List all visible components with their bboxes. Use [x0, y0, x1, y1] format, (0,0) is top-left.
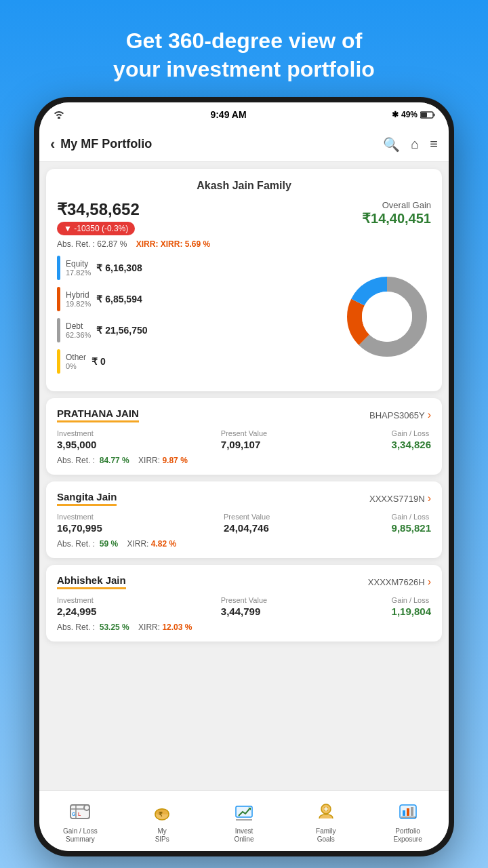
nav-label-invest: InvestOnline: [235, 827, 254, 844]
gain-loss-value: 9,85,821: [392, 522, 431, 534]
breakdown-label: Other: [66, 353, 86, 362]
status-bar: 9:49 AM ✱ 49%: [39, 102, 449, 127]
investment-value: 2,24,995: [57, 606, 96, 617]
content-area: Akash Jain Family ₹34,58,652 ▼ -10350 (-…: [39, 162, 449, 790]
member-id[interactable]: XXXXS7719N ›: [369, 492, 431, 505]
member-id[interactable]: BHAPS3065Y ›: [369, 409, 431, 421]
nav-label-exposure: PortfolioExposure: [393, 827, 422, 844]
battery-level: 49%: [401, 110, 418, 119]
search-icon[interactable]: 🔍: [383, 136, 400, 153]
breakdown-dot: [57, 256, 60, 280]
goals-icon: [313, 799, 339, 825]
breakdown-dot: [57, 349, 60, 374]
portfolio-card: Akash Jain Family ₹34,58,652 ▼ -10350 (-…: [46, 169, 442, 391]
top-bar-icons: 🔍 ⌂ ≡: [383, 136, 438, 153]
breakdown-item: Hybrid 19.82% ₹ 6,85,594: [57, 287, 343, 311]
gain-loss-value: 3,34,826: [392, 439, 431, 450]
home-icon[interactable]: ⌂: [411, 136, 419, 152]
breakdown-item: Equity 17.82% ₹ 6,16,308: [57, 256, 343, 280]
portfolio-value: ₹34,58,652: [57, 200, 362, 219]
breakdown-amount: ₹ 6,85,594: [96, 294, 142, 304]
breakdown-dot: [57, 287, 60, 311]
portfolio-breakdown: Equity 17.82% ₹ 6,16,308 Hybrid 19.82% ₹…: [57, 256, 431, 380]
svg-text:₹: ₹: [159, 811, 163, 818]
bottom-nav: G L Gain / LossSummary ₹ MySIPs InvestOn…: [39, 790, 449, 851]
status-right: ✱ 49%: [392, 110, 435, 119]
bluetooth-icon: ✱: [392, 110, 399, 119]
page-title: My MF Portfolio: [60, 137, 152, 151]
status-left: [53, 109, 65, 121]
breakdown-item: Debt 62.36% ₹ 21,56,750: [57, 318, 343, 342]
phone-screen: 9:49 AM ✱ 49% ‹ My MF Portfolio 🔍 ⌂ ≡: [39, 102, 449, 851]
present-value: 24,04,746: [224, 522, 270, 534]
breakdown-list: Equity 17.82% ₹ 6,16,308 Hybrid 19.82% ₹…: [57, 256, 343, 380]
present-value: 7,09,107: [221, 439, 267, 450]
investment-label: Investment: [57, 513, 102, 521]
svg-point-13: [85, 806, 89, 810]
svg-text:G: G: [72, 812, 76, 816]
breakdown-pct: 19.82%: [66, 300, 91, 308]
portfolio-change-badge: ▼ -10350 (-0.3%): [57, 222, 135, 235]
breakdown-amount: ₹ 0: [92, 356, 106, 367]
breakdown-item: Other 0% ₹ 0: [57, 349, 343, 374]
nav-item-goals[interactable]: FamilyGoals: [299, 799, 353, 844]
svg-text:L: L: [78, 812, 81, 816]
top-bar-left[interactable]: ‹ My MF Portfolio: [50, 136, 152, 153]
nav-item-sips[interactable]: ₹ MySIPs: [135, 799, 189, 844]
investment-label: Investment: [57, 429, 96, 437]
svg-rect-26: [411, 807, 413, 816]
member-card: PRATHANA JAIN BHAPS3065Y › Investment 3,…: [46, 398, 442, 475]
gain-loss-label: Gain / Loss: [392, 596, 431, 604]
present-value-label: Present Value: [224, 513, 270, 521]
breakdown-pct: 17.82%: [66, 269, 91, 277]
investment-value: 16,70,995: [57, 522, 102, 534]
donut-chart-container: [343, 273, 431, 363]
breakdown-pct: 0%: [66, 362, 86, 370]
nav-label-sips: MySIPs: [155, 827, 169, 844]
gain-loss-value: 1,19,804: [392, 606, 431, 617]
overall-gain-label: Overall Gain: [362, 200, 431, 210]
nav-item-gain-loss[interactable]: G L Gain / LossSummary: [53, 799, 107, 844]
investment-value: 3,95,000: [57, 439, 96, 450]
sips-icon: ₹: [149, 799, 175, 825]
overall-gain-value: ₹14,40,451: [362, 210, 431, 226]
member-name: PRATHANA JAIN: [57, 408, 139, 422]
present-value-label: Present Value: [221, 596, 267, 604]
breakdown-label: Debt: [66, 321, 91, 331]
gain-loss-icon: G L: [67, 799, 93, 825]
nav-item-exposure[interactable]: PortfolioExposure: [381, 799, 435, 844]
svg-rect-24: [403, 810, 405, 816]
header-title: Get 360-degree view of your investment p…: [113, 27, 375, 83]
menu-icon[interactable]: ≡: [430, 136, 438, 152]
nav-label-goals: FamilyGoals: [316, 827, 336, 844]
family-name: Akash Jain Family: [57, 180, 431, 192]
member-card: Abhishek Jain XXXXM7626H › Investment 2,…: [46, 565, 442, 642]
back-icon[interactable]: ‹: [50, 136, 55, 153]
members-container: PRATHANA JAIN BHAPS3065Y › Investment 3,…: [39, 398, 449, 642]
exposure-icon: [395, 799, 421, 825]
nav-label-gain-loss: Gain / LossSummary: [63, 827, 98, 844]
investment-label: Investment: [57, 596, 96, 604]
xirr-value: XIRR: XIRR: 5.69 %: [136, 239, 210, 249]
member-id[interactable]: XXXXM7626H ›: [368, 576, 431, 588]
present-value-label: Present Value: [221, 429, 267, 437]
svg-rect-1: [421, 113, 427, 117]
member-name: Sangita Jain: [57, 491, 117, 506]
portfolio-main: ₹34,58,652 ▼ -10350 (-0.3%) Abs. Ret. : …: [57, 200, 431, 249]
breakdown-dot: [57, 318, 60, 342]
present-value: 3,44,799: [221, 606, 267, 617]
svg-rect-2: [433, 113, 434, 116]
gain-loss-label: Gain / Loss: [392, 429, 431, 437]
nav-item-invest[interactable]: InvestOnline: [217, 799, 271, 844]
breakdown-label: Equity: [66, 259, 91, 269]
breakdown-pct: 62.36%: [66, 331, 91, 339]
status-time: 9:49 AM: [210, 109, 246, 120]
member-name: Abhishek Jain: [57, 574, 126, 589]
invest-icon: [231, 799, 257, 825]
svg-rect-25: [407, 808, 409, 816]
gain-loss-label: Gain / Loss: [392, 513, 431, 521]
breakdown-label: Hybrid: [66, 290, 91, 300]
portfolio-right: Overall Gain ₹14,40,451: [362, 200, 431, 226]
svg-point-6: [362, 292, 412, 342]
breakdown-amount: ₹ 6,16,308: [96, 262, 142, 273]
